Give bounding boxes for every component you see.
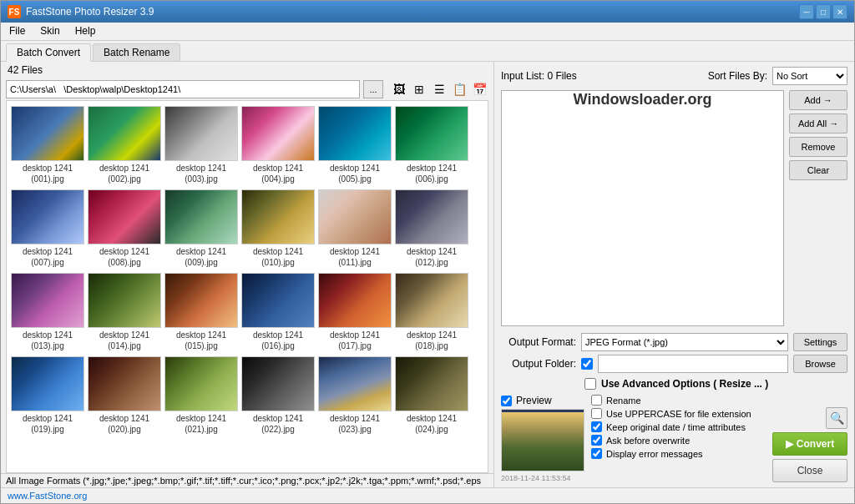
menu-help[interactable]: Help [72, 24, 99, 38]
file-count: 42 Files [1, 62, 493, 78]
list-item[interactable]: desktop 1241 (022).jpg [240, 355, 316, 436]
list-item[interactable]: desktop 1241 (012).jpg [394, 188, 469, 270]
thumbnail-label: desktop 1241 (003).jpg [176, 163, 226, 184]
option-ask-overwrite: Ask before overwrite [591, 435, 766, 446]
list-item[interactable]: desktop 1241 (002).jpg [87, 104, 162, 186]
list-item[interactable]: desktop 1241 (019).jpg [10, 355, 85, 436]
path-bar: ... 🖼 ⊞ ☰ 📋 📅 [1, 78, 493, 100]
list-item[interactable]: desktop 1241 (004).jpg [240, 104, 316, 186]
thumbnail-label: desktop 1241 (010).jpg [253, 246, 303, 268]
file-format-status: All Image Formats (*.jpg;*.jpe;*.jpeg;*.… [1, 473, 493, 487]
view-icon-4[interactable]: 📋 [450, 80, 468, 98]
thumbnail-label: desktop 1241 (013).jpg [23, 330, 73, 351]
list-item[interactable]: desktop 1241 (003).jpg [164, 104, 239, 186]
sort-select[interactable]: No Sort Name Date Size [772, 67, 847, 85]
ask-overwrite-checkbox[interactable] [591, 435, 602, 446]
thumbnail-label: desktop 1241 (017).jpg [330, 330, 380, 351]
list-item[interactable]: desktop 1241 (024).jpg [394, 355, 469, 436]
list-item[interactable]: desktop 1241 (007).jpg [10, 188, 85, 270]
tab-batch-rename[interactable]: Batch Rename [93, 43, 180, 61]
thumbnail-image [88, 106, 161, 161]
view-icon-5[interactable]: 📅 [470, 80, 488, 98]
thumbnail-image [318, 106, 392, 161]
toolbar-icons: 🖼 ⊞ ☰ 📋 📅 [390, 80, 488, 98]
remove-button[interactable]: Remove [789, 137, 847, 157]
thumbnail-label: desktop 1241 (004).jpg [253, 163, 303, 184]
sort-label: Sort Files By: [708, 70, 767, 82]
display-errors-checkbox[interactable] [591, 448, 602, 459]
output-folder-input[interactable] [598, 355, 788, 373]
uppercase-label: Use UPPERCASE for file extension [606, 409, 751, 419]
thumbnail-label: desktop 1241 (007).jpg [23, 246, 73, 268]
keep-date-checkbox[interactable] [591, 421, 602, 432]
thumbnail-label: desktop 1241 (019).jpg [23, 413, 73, 435]
thumbnail-label: desktop 1241 (021).jpg [176, 413, 226, 435]
list-item[interactable]: desktop 1241 (010).jpg [240, 188, 316, 270]
convert-button[interactable]: ▶ Convert [772, 432, 847, 456]
close-window-button[interactable]: ✕ [832, 4, 847, 19]
list-item[interactable]: desktop 1241 (023).jpg [317, 355, 392, 436]
list-item[interactable]: desktop 1241 (013).jpg [10, 271, 85, 353]
thumbnail-image [318, 356, 392, 411]
thumbnail-label: desktop 1241 (023).jpg [330, 413, 380, 435]
list-item[interactable]: desktop 1241 (014).jpg [87, 271, 162, 353]
output-folder-checkbox[interactable] [581, 358, 593, 370]
tab-batch-convert[interactable]: Batch Convert [6, 43, 91, 62]
right-panel: Input List: 0 Files Sort Files By: No So… [493, 62, 854, 487]
advanced-label: Use Advanced Options ( Resize ... ) [601, 378, 768, 390]
list-item[interactable]: desktop 1241 (015).jpg [164, 271, 239, 353]
list-item[interactable]: desktop 1241 (020).jpg [87, 355, 162, 436]
close-button[interactable]: Close [772, 459, 847, 482]
rename-checkbox[interactable] [591, 395, 602, 406]
list-item[interactable]: desktop 1241 (009).jpg [164, 188, 239, 270]
thumbnail-image [395, 106, 468, 161]
path-browse-button[interactable]: ... [363, 80, 383, 98]
view-icon-2[interactable]: ⊞ [410, 80, 428, 98]
list-item[interactable]: desktop 1241 (001).jpg [10, 104, 85, 186]
preview-thumbnail [502, 412, 584, 471]
thumbnail-label: desktop 1241 (014).jpg [99, 330, 149, 351]
maximize-button[interactable]: □ [816, 4, 831, 19]
input-list-header: Input List: 0 Files Sort Files By: No So… [501, 67, 847, 85]
ask-overwrite-label: Ask before overwrite [606, 436, 690, 446]
thumbnail-area[interactable]: desktop 1241 (001).jpgdesktop 1241 (002)… [6, 100, 488, 473]
advanced-checkbox[interactable] [584, 378, 596, 390]
preview-checkbox[interactable] [501, 396, 512, 406]
minimize-button[interactable]: ─ [799, 4, 814, 19]
rename-label: Rename [606, 396, 641, 406]
thumbnail-image [395, 189, 468, 244]
left-panel: 42 Files ... 🖼 ⊞ ☰ 📋 📅 desktop 1241 (001… [1, 62, 493, 487]
add-all-button[interactable]: Add All → [789, 113, 847, 134]
list-item[interactable]: desktop 1241 (016).jpg [240, 271, 316, 353]
list-item[interactable]: desktop 1241 (011).jpg [317, 188, 392, 270]
menu-skin[interactable]: Skin [37, 24, 63, 38]
list-item[interactable]: desktop 1241 (017).jpg [317, 271, 392, 353]
option-keep-date: Keep original date / time attributes [591, 421, 766, 432]
browse-button[interactable]: Browse [793, 355, 847, 373]
input-list-box: Windowsloader.org [501, 90, 784, 326]
output-format-select[interactable]: JPEG Format (*.jpg) PNG Format (*.png) B… [581, 333, 788, 351]
add-button[interactable]: Add → [789, 90, 847, 110]
path-input[interactable] [6, 80, 360, 98]
settings-button[interactable]: Settings [793, 333, 847, 351]
thumbnail-image [164, 356, 238, 411]
magnify-button[interactable]: 🔍 [826, 407, 847, 429]
preview-area [501, 409, 584, 471]
clear-button[interactable]: Clear [789, 160, 847, 180]
list-item[interactable]: desktop 1241 (018).jpg [394, 271, 469, 353]
view-icon-3[interactable]: ☰ [430, 80, 448, 98]
list-item[interactable]: desktop 1241 (006).jpg [394, 104, 469, 186]
thumbnail-image [164, 106, 238, 161]
uppercase-checkbox[interactable] [591, 408, 602, 419]
thumbnail-label: desktop 1241 (012).jpg [407, 246, 457, 268]
output-format-label: Output Format: [501, 336, 576, 348]
list-item[interactable]: desktop 1241 (008).jpg [87, 188, 162, 270]
list-item[interactable]: desktop 1241 (005).jpg [317, 104, 392, 186]
thumbnail-image [11, 189, 84, 244]
website-link[interactable]: www.FastStone.org [8, 491, 87, 501]
list-item[interactable]: desktop 1241 (021).jpg [164, 355, 239, 436]
display-errors-label: Display error messages [606, 449, 703, 459]
bottom-options: Preview 2018-11-24 11:53:54 Rename [501, 395, 847, 482]
view-icon-1[interactable]: 🖼 [390, 80, 408, 98]
menu-file[interactable]: File [6, 24, 28, 38]
